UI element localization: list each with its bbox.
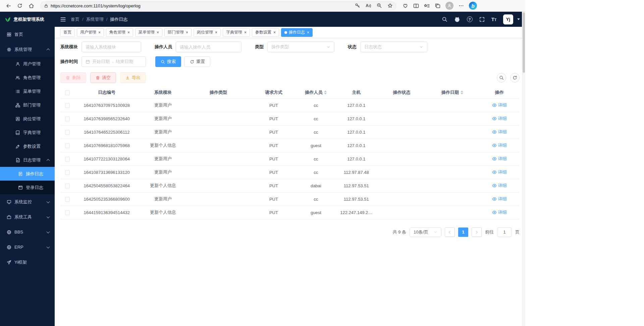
detail-link[interactable]: 详细 [492,209,507,215]
export-button[interactable]: 导出 [120,72,146,83]
more-options-icon[interactable] [459,3,464,8]
tab-operlog[interactable]: 操作日志× [281,28,313,37]
search-button[interactable]: 搜索 [155,56,181,67]
sidebar-item-dept[interactable]: 部门管理 [0,98,55,112]
tab-user[interactable]: 用户管理× [77,28,104,37]
browser-back-button[interactable] [3,1,13,10]
read-aloud-icon[interactable]: A [366,4,371,8]
log-id: 1642505235366809600 [74,192,139,206]
sidebar-item-operlog[interactable]: 操作日志 [0,167,55,181]
close-icon[interactable]: × [157,30,159,35]
row-checkbox[interactable] [65,157,70,161]
close-icon[interactable]: × [273,30,276,35]
row-checkbox[interactable] [65,130,70,135]
col-date-sortable[interactable]: 操作日期 [425,86,479,99]
row-checkbox[interactable] [65,143,70,148]
select-all-checkbox[interactable] [65,90,70,95]
detail-link[interactable]: 详细 [492,183,507,189]
collections-icon[interactable] [435,3,440,9]
toggle-search-button[interactable] [497,73,506,82]
collapse-sidebar-button[interactable] [60,16,66,22]
tab-post[interactable]: 岗位管理× [194,28,221,37]
search-icon[interactable] [442,16,447,22]
sidebar-item-log[interactable]: 日志管理 [0,153,55,167]
close-icon[interactable]: × [127,30,130,35]
goto-page-input[interactable] [497,227,512,237]
sidebar-item-user[interactable]: 用户管理 [0,57,55,71]
sidebar-item-param[interactable]: 参数设置 [0,139,55,153]
zoom-out-icon[interactable] [377,3,382,8]
tab-home[interactable]: 首页 [60,28,75,37]
favorite-star-icon[interactable] [387,3,393,8]
close-icon[interactable]: × [98,30,101,35]
detail-link[interactable]: 详细 [492,196,507,202]
detail-link[interactable]: 详细 [492,116,507,122]
split-screen-icon[interactable] [413,3,419,9]
sidebar-item-menu[interactable]: 菜单管理 [0,84,55,98]
github-icon[interactable] [454,16,460,22]
fullscreen-icon[interactable] [479,17,485,22]
breadcrumb-home[interactable]: 首页 [71,16,79,22]
col-operator-sortable[interactable]: 操作人员 [297,86,334,99]
avatar-caret-icon[interactable] [517,18,520,20]
row-checkbox[interactable] [65,103,70,108]
scrollbar-thumb[interactable] [523,12,525,73]
sidebar-item-role[interactable]: 角色管理 [0,71,55,84]
tab-role[interactable]: 角色管理× [106,28,133,37]
row-checkbox[interactable] [65,170,70,175]
detail-link[interactable]: 详细 [492,169,507,175]
detail-link[interactable]: 详细 [492,142,507,148]
sidebar-item-loginlog[interactable]: 登录日志 [0,181,55,194]
tab-dict[interactable]: 字典管理× [223,28,250,37]
close-icon[interactable]: × [244,30,247,35]
row-checkbox[interactable] [65,197,70,202]
module-input[interactable] [86,45,137,50]
browser-refresh-button[interactable] [15,1,25,10]
row-checkbox[interactable] [65,184,70,188]
tab-menu[interactable]: 菜单管理× [135,28,162,37]
date-range-picker[interactable]: 开始日期 - 结束日期 [82,56,146,67]
sidebar-item-system[interactable]: 系统管理 [0,42,55,57]
prev-page-button[interactable] [445,227,455,237]
sidebar-item-post[interactable]: 岗位管理 [0,112,55,126]
close-icon[interactable]: × [186,30,188,35]
detail-link[interactable]: 详细 [492,102,507,108]
sidebar-item-dict[interactable]: 字典管理 [0,126,55,139]
address-bar[interactable]: https://ccnetcore.com:1101/system/log/op… [40,1,396,10]
sidebar-item-tools[interactable]: 系统工具 [0,209,55,224]
sidebar-item-erp[interactable]: ERP [0,240,55,255]
browser-essentials-icon[interactable] [402,3,408,9]
reset-button[interactable]: 重置 [184,56,210,67]
copilot-icon[interactable] [469,2,477,10]
tab-param[interactable]: 参数设置× [252,28,279,37]
row-checkbox[interactable] [65,117,70,121]
close-icon[interactable]: × [215,30,217,35]
sidebar-item-bbs[interactable]: BBS [0,224,55,240]
sidebar-item-monitor[interactable]: 系统监控 [0,194,55,209]
breadcrumb-system[interactable]: 系统管理 [86,16,104,22]
sidebar-item-home[interactable]: 首页 [0,27,55,42]
help-icon[interactable] [467,16,473,22]
detail-link[interactable]: 详细 [492,129,507,135]
type-select[interactable]: 操作类型 [267,42,334,52]
next-page-button[interactable] [472,227,482,237]
password-key-icon[interactable] [355,3,360,8]
delete-button[interactable]: 删除 [60,72,86,83]
row-checkbox[interactable] [65,210,70,215]
page-size-select[interactable]: 10条/页 [410,227,441,237]
status-select[interactable]: 日志状态 [360,42,427,52]
vertical-scrollbar[interactable] [522,12,525,326]
sidebar-item-yiframe[interactable]: Yi框架 [0,255,55,270]
operator-input[interactable] [180,45,237,50]
detail-link[interactable]: 详细 [492,156,507,162]
font-size-icon[interactable] [491,16,496,22]
refresh-table-button[interactable] [510,73,520,82]
browser-home-button[interactable] [26,1,36,10]
profile-avatar[interactable] [445,2,453,10]
tab-dept[interactable]: 部门管理× [164,28,192,37]
page-number-button[interactable]: 1 [458,227,468,237]
favorites-bar-icon[interactable] [424,3,430,9]
user-avatar[interactable]: Yj [503,14,513,24]
clear-button[interactable]: 清空 [90,72,116,83]
close-icon[interactable]: × [307,30,309,35]
